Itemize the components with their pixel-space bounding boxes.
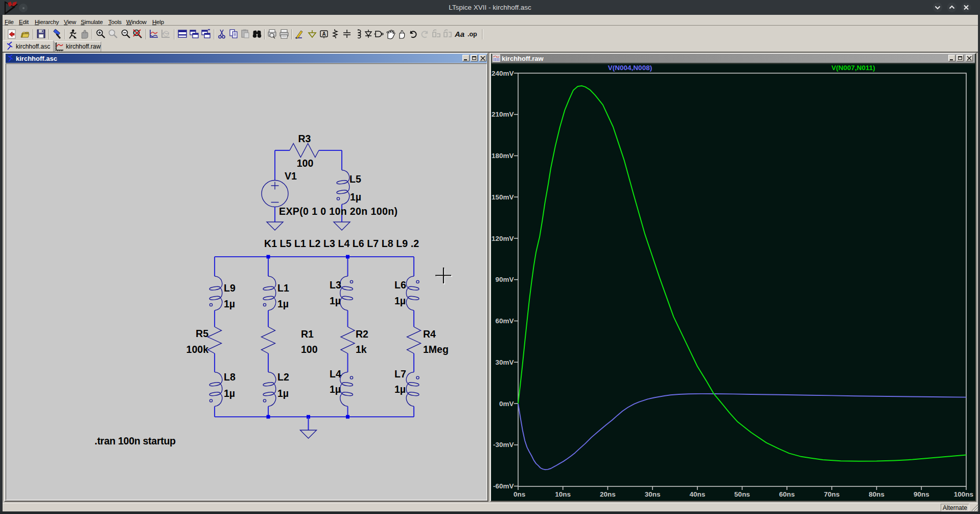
svg-text:A: A	[322, 31, 325, 37]
svg-text:Aa: Aa	[454, 30, 464, 38]
svg-text:.op: .op	[468, 31, 477, 38]
